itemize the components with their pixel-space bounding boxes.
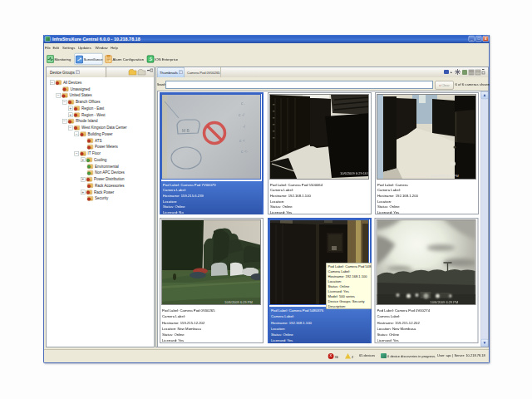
- svg-text:10/6/2009 6:29 PM: 10/6/2009 6:29 PM: [431, 174, 459, 178]
- svg-text:c <: c <: [239, 138, 245, 143]
- svg-text:10/6/2009 6:29:16 PM: 10/6/2009 6:29:16 PM: [340, 171, 369, 175]
- svg-text:M B: M B: [182, 128, 190, 133]
- svg-text:c .: c .: [241, 101, 245, 106]
- svg-text:10/6/2009 6:29 PM: 10/6/2009 6:29 PM: [431, 300, 459, 304]
- svg-text:10/6/2009 6:29 PM: 10/6/2009 6:29 PM: [224, 300, 253, 304]
- svg-text:c -/: c -/: [239, 112, 245, 117]
- svg-text:c <-: c <-: [241, 149, 249, 154]
